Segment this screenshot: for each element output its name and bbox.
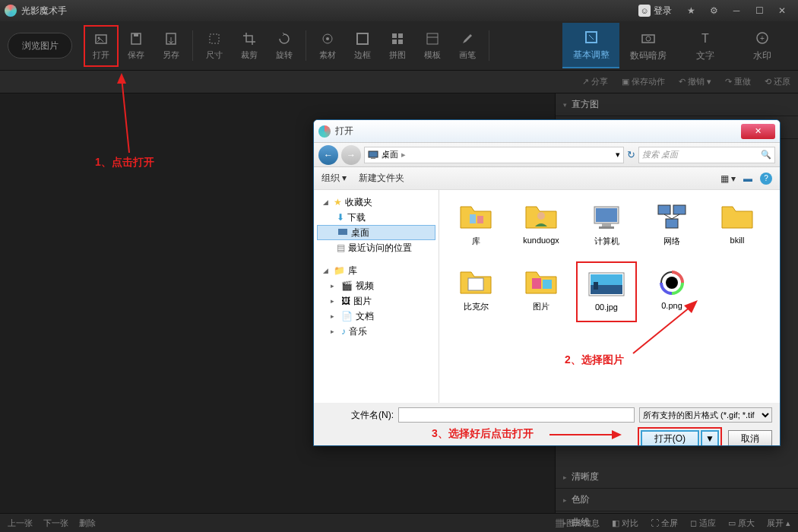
file-biker[interactable]: 比克尔 xyxy=(445,261,506,322)
file-user[interactable]: kunduogx xyxy=(511,196,572,257)
filetype-select[interactable]: 所有支持的图片格式 (*.gif; *.tif xyxy=(639,407,772,423)
watermark-tab[interactable]: + 水印 xyxy=(733,23,790,68)
organize-button[interactable]: 组织 ▾ xyxy=(321,172,347,185)
file-computer[interactable]: 计算机 xyxy=(576,196,637,257)
brush-label: 画笔 xyxy=(459,49,476,61)
refresh-button[interactable]: ↻ xyxy=(627,149,635,160)
border-button[interactable]: 边框 xyxy=(345,25,380,67)
size-label: 尺寸 xyxy=(206,49,223,61)
svg-rect-11 xyxy=(392,40,397,44)
darkroom-tab[interactable]: 数码暗房 xyxy=(619,23,676,68)
material-button[interactable]: 素材 xyxy=(310,25,345,67)
titlebar: 光影魔术手 ☺ 登录 ★ ⚙ ─ ☐ ✕ xyxy=(0,0,798,21)
image-info-button[interactable]: ▦ 图片信息 xyxy=(556,518,600,529)
fit-button[interactable]: ◻ 适应 xyxy=(690,518,716,529)
rotate-icon xyxy=(277,31,292,46)
dialog-close-button[interactable]: ✕ xyxy=(741,124,775,139)
minimize-button[interactable]: ─ xyxy=(726,3,747,18)
help-button[interactable]: ? xyxy=(760,173,772,185)
svg-line-36 xyxy=(664,214,672,219)
expand-button[interactable]: 展开 ▴ xyxy=(767,518,790,529)
delete-button[interactable]: 删除 xyxy=(79,518,96,529)
svg-rect-31 xyxy=(602,223,611,226)
original-button[interactable]: ▭ 原大 xyxy=(728,518,755,529)
view-button[interactable]: ▦ ▾ xyxy=(720,173,736,184)
fullscreen-button[interactable]: ⛶ 全屏 xyxy=(651,518,678,529)
brush-icon xyxy=(460,31,475,46)
svg-rect-33 xyxy=(658,205,670,214)
svg-text:+: + xyxy=(760,34,765,43)
saveas-icon xyxy=(163,31,179,46)
file-network[interactable]: 网络 xyxy=(641,196,702,257)
next-image-button[interactable]: 下一张 xyxy=(43,518,68,529)
file-library[interactable]: 库 xyxy=(445,196,506,257)
file-pics-folder[interactable]: 图片 xyxy=(511,261,572,322)
tree-videos[interactable]: ▸🎬视频 xyxy=(317,278,435,293)
open-button[interactable]: 打开 xyxy=(84,25,119,67)
tree-favorites[interactable]: ◢★收藏夹 xyxy=(317,195,435,210)
maximize-button[interactable]: ☐ xyxy=(749,3,770,18)
breadcrumb[interactable]: 桌面 ▸ ▾ xyxy=(364,147,624,163)
crop-button[interactable]: 裁剪 xyxy=(232,25,267,67)
annotation-2: 2、选择图片 xyxy=(565,353,624,367)
search-input[interactable]: 搜索 桌面 🔍 xyxy=(638,147,775,163)
basic-adjust-tab[interactable]: 基本调整 xyxy=(562,23,619,68)
dialog-toolbar: 组织 ▾ 新建文件夹 ▦ ▾ ▬ ? xyxy=(314,167,780,190)
collage-button[interactable]: 拼图 xyxy=(380,25,415,67)
svg-point-46 xyxy=(666,277,678,289)
filename-input[interactable] xyxy=(398,407,635,423)
preview-button[interactable]: ▬ xyxy=(743,173,752,184)
brush-button[interactable]: 画笔 xyxy=(450,25,485,67)
browse-images-button[interactable]: 浏览图片 xyxy=(8,33,72,59)
desktop-icon xyxy=(368,150,378,160)
saveas-button[interactable]: 另存 xyxy=(154,25,188,67)
svg-rect-35 xyxy=(666,219,678,228)
star-button[interactable]: ★ xyxy=(680,3,701,18)
redo-button[interactable]: ↷ 重做 xyxy=(725,76,751,87)
login-button[interactable]: ☺ 登录 xyxy=(638,5,672,17)
adjust-icon xyxy=(583,29,600,46)
newfolder-button[interactable]: 新建文件夹 xyxy=(359,172,404,185)
rotate-button[interactable]: 旋转 xyxy=(267,25,302,67)
darkroom-label: 数码暗房 xyxy=(630,49,667,62)
dialog-cancel-button[interactable]: 取消 xyxy=(728,430,772,446)
save-action-button[interactable]: ▣ 保存动作 xyxy=(622,76,665,87)
compare-button[interactable]: ◧ 对比 xyxy=(612,518,638,529)
tree-music[interactable]: ▸♪音乐 xyxy=(317,324,435,339)
file-bkill[interactable]: bkill xyxy=(707,196,768,257)
undo-button[interactable]: ↶ 撤销 ▾ xyxy=(679,76,711,87)
gear-button[interactable]: ⚙ xyxy=(703,3,724,18)
size-button[interactable]: 尺寸 xyxy=(197,25,232,67)
tree-recent[interactable]: ▤最近访问的位置 xyxy=(317,240,435,255)
dialog-titlebar: 打开 ✕ xyxy=(314,120,780,143)
search-placeholder: 搜索 桌面 xyxy=(642,149,678,160)
restore-button[interactable]: ⟲ 还原 xyxy=(765,76,790,87)
tree-docs[interactable]: ▸📄文档 xyxy=(317,309,435,324)
svg-rect-24 xyxy=(371,157,375,159)
panel-levels[interactable]: 色阶 xyxy=(556,489,798,511)
file-0png[interactable]: 0.png xyxy=(641,261,702,322)
share-button[interactable]: ↗ 分享 xyxy=(582,76,608,87)
tree-library[interactable]: ◢📁库 xyxy=(317,263,435,278)
tree-pictures[interactable]: ▸🖼图片 xyxy=(317,293,435,309)
nav-forward-button[interactable]: → xyxy=(341,145,361,165)
svg-rect-13 xyxy=(427,33,438,44)
open-label: 打开 xyxy=(93,49,109,61)
dialog-open-button[interactable]: 打开(O) xyxy=(641,430,699,446)
tree-desktop[interactable]: 桌面 xyxy=(317,225,435,240)
panel-clarity[interactable]: 清晰度 xyxy=(556,466,798,489)
template-button[interactable]: 模板 xyxy=(415,25,450,67)
nav-back-button[interactable]: ← xyxy=(318,145,338,165)
file-00jpg[interactable]: 00.jpg xyxy=(576,261,637,322)
svg-rect-44 xyxy=(594,282,598,290)
close-button[interactable]: ✕ xyxy=(771,3,793,18)
svg-rect-40 xyxy=(543,280,552,289)
prev-image-button[interactable]: 上一张 xyxy=(8,518,33,529)
material-label: 素材 xyxy=(319,49,336,61)
text-tab[interactable]: T 文字 xyxy=(676,23,733,68)
save-button[interactable]: 保存 xyxy=(119,25,154,67)
tree-downloads[interactable]: ⬇下载 xyxy=(317,210,435,225)
dialog-open-dropdown[interactable]: ▼ xyxy=(701,430,719,446)
filename-label: 文件名(N): xyxy=(321,409,394,422)
panel-histogram[interactable]: 直方图 xyxy=(556,93,798,116)
